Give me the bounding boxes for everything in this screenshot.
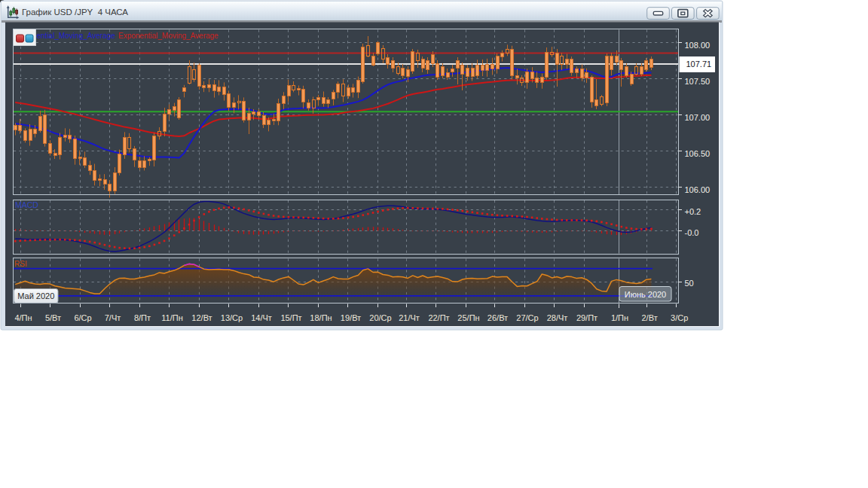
svg-text:11/Пн: 11/Пн [161,313,182,322]
svg-text:29/Пт: 29/Пт [576,313,598,322]
svg-text:12/Вт: 12/Вт [191,313,212,322]
svg-text:106.00: 106.00 [685,185,711,194]
svg-text:19/Вт: 19/Вт [341,313,361,322]
svg-text:6/Ср: 6/Ср [74,313,91,322]
svg-text:18/Пн: 18/Пн [310,313,332,322]
svg-text:26/Вт: 26/Вт [487,313,508,322]
svg-text:107.50: 107.50 [685,77,711,86]
svg-text:15/Пт: 15/Пт [280,313,301,322]
svg-text:Июнь 2020: Июнь 2020 [625,290,667,299]
svg-text:RSI: RSI [14,260,27,268]
svg-text:108.00: 108.00 [685,41,711,50]
svg-text:4/Пн: 4/Пн [14,313,32,322]
svg-text:MACD: MACD [15,200,38,209]
svg-text:22/Пт: 22/Пт [428,313,449,322]
svg-text:27/Ср: 27/Ср [516,313,538,322]
svg-text:50: 50 [685,279,694,288]
svg-text:3/Ср: 3/Ср [671,313,688,322]
svg-text:107.00: 107.00 [685,113,711,122]
svg-text:Май 2020: Май 2020 [17,291,54,300]
svg-text:8/Пт: 8/Пт [134,313,151,322]
svg-text:+0.2: +0.2 [685,207,701,216]
svg-text:14/Чт: 14/Чт [251,313,272,322]
svg-text:28/Чт: 28/Чт [547,313,568,322]
svg-text:-0.0: -0.0 [685,228,699,237]
svg-text:Exponential_Moving_Average: Exponential_Moving_Average [118,32,219,40]
svg-text:2/Вт: 2/Вт [642,313,658,322]
svg-text:7/Чт: 7/Чт [105,313,121,322]
svg-text:107.71: 107.71 [686,59,712,69]
svg-text:25/Пн: 25/Пн [457,313,479,322]
svg-text:20/Ср: 20/Ср [369,313,391,322]
svg-text:106.50: 106.50 [685,149,711,158]
svg-text:21/Чт: 21/Чт [399,313,420,322]
svg-text:5/Вт: 5/Вт [45,313,61,322]
svg-text:ential_Moving_Average: ential_Moving_Average [37,32,116,40]
svg-text:График USD /JPY 4 ЧАСА: График USD /JPY 4 ЧАСА [22,8,128,17]
svg-text:13/Ср: 13/Ср [221,313,243,322]
svg-text:1/Пн: 1/Пн [611,313,628,322]
